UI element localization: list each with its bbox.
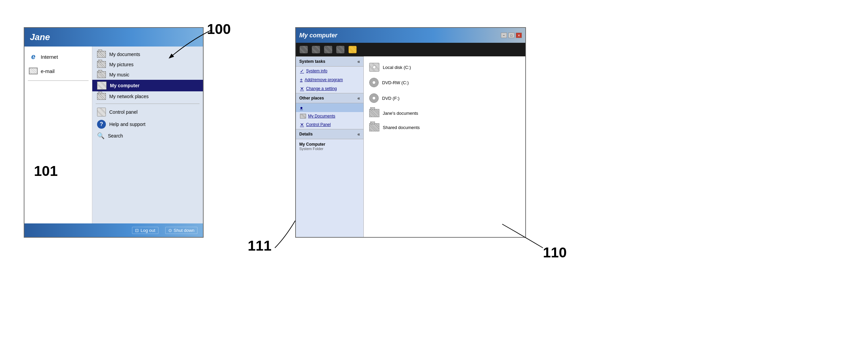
shutdown-icon: ⊙ (168, 228, 172, 233)
toolbar-search-icon[interactable] (335, 45, 345, 54)
annotation-100-line (136, 20, 238, 61)
sidebar-add-remove[interactable]: ± Add/remove program (296, 75, 363, 84)
right-item-my-music[interactable]: My music (92, 70, 203, 80)
annotation-111-line (265, 197, 309, 251)
shutdown-button[interactable]: ⊙ Shut down (165, 227, 197, 234)
logout-label: Log out (140, 228, 155, 233)
control-panel-label: Control panel (109, 109, 137, 115)
dot-icon: ● (300, 105, 303, 110)
toolbar-folder-icon[interactable] (347, 45, 358, 54)
my-music-label: My music (109, 72, 129, 77)
help-icon: ? (97, 120, 106, 129)
right-item-search[interactable]: 🔍 Search (92, 130, 203, 141)
sidebar-system-info[interactable]: ✓ System info (296, 67, 363, 75)
menu-item-internet[interactable]: e Internet (24, 50, 92, 63)
folder-icon-my-pictures (97, 61, 106, 68)
sidebar-other-dot[interactable]: ● (296, 103, 363, 112)
add-remove-label: Add/remove program (305, 77, 343, 82)
system-tasks-collapse-icon[interactable]: « (357, 59, 360, 64)
my-computer-label: My computer (110, 83, 139, 88)
change-setting-label: Change a setting (306, 86, 337, 91)
dvd-rw-icon (369, 78, 379, 87)
sidebar-control-panel[interactable]: ✕ Control Panel (296, 120, 363, 129)
start-menu-title: Jane (30, 32, 50, 42)
separator-1 (28, 80, 89, 81)
details-sub: System Folder (299, 147, 360, 151)
annotation-101: 101 (34, 163, 58, 179)
window-buttons: − □ ✕ (501, 33, 522, 38)
control-panel-sidebar-label: Control Panel (306, 122, 331, 127)
mc-titlebar: My computer − □ ✕ (296, 28, 525, 43)
details-label: Details (299, 132, 313, 136)
system-info-label: System info (306, 69, 327, 73)
shared-docs-label: Shared documents (383, 125, 420, 130)
right-item-my-network[interactable]: My network places (92, 91, 203, 102)
search-icon-left: 🔍 (97, 132, 105, 140)
right-item-help[interactable]: ? Help and support (92, 118, 203, 130)
details-header: Details « (296, 129, 363, 139)
annotation-110-line (475, 204, 550, 258)
mc-toolbar (296, 43, 525, 56)
local-disk-c-label: Local disk (C:) (383, 65, 411, 70)
restore-button[interactable]: □ (508, 33, 514, 38)
main-item-dvd-rw[interactable]: DVD-RW (C:) (369, 77, 520, 88)
start-menu-footer: ⊡ Log out ⊙ Shut down (24, 223, 203, 237)
x-icon-cp: ✕ (300, 122, 304, 127)
logout-icon: ⊡ (135, 228, 139, 233)
folder-icon-my-documents (97, 51, 106, 58)
email-icon-box (29, 68, 38, 74)
right-item-my-computer[interactable]: My computer (92, 80, 203, 91)
folder-icon-my-docs-sidebar (300, 114, 306, 119)
system-tasks-header: System tasks « (296, 56, 363, 67)
up-icon-shape (324, 46, 332, 53)
sidebar-change-setting[interactable]: ✕ Change a setting (296, 84, 363, 93)
check-icon: ✓ (300, 68, 304, 74)
toolbar-forward-icon[interactable] (311, 45, 321, 54)
control-panel-icon (97, 108, 106, 116)
details-collapse-icon[interactable]: « (357, 131, 360, 137)
folder-icon-my-music (97, 71, 106, 78)
internet-label: Internet (41, 54, 58, 60)
x-icon-setting: ✕ (300, 86, 304, 91)
folder-icon-shape (348, 46, 357, 53)
details-title: My Computer (299, 142, 360, 147)
forward-icon-shape (312, 46, 320, 53)
internet-icon: e (29, 52, 38, 61)
main-item-shared-docs[interactable]: Shared documents (369, 122, 520, 132)
separator-2 (96, 104, 200, 104)
mc-title: My computer (299, 32, 337, 39)
other-places-collapse-icon[interactable]: « (357, 95, 360, 101)
my-network-label: My network places (109, 94, 149, 99)
computer-icon-my-computer (97, 81, 107, 90)
right-item-control-panel[interactable]: Control panel (92, 106, 203, 118)
folder-icon-my-network (97, 93, 106, 100)
system-tasks-label: System tasks (299, 59, 325, 64)
dvd-f-label: DVD (F:) (382, 96, 399, 101)
logout-button[interactable]: ⊡ Log out (132, 227, 158, 234)
toolbar-back-icon[interactable] (299, 45, 309, 54)
toolbar-up-icon[interactable] (323, 45, 333, 54)
email-label: e-mail (41, 68, 55, 74)
close-button[interactable]: ✕ (516, 33, 522, 38)
menu-item-email[interactable]: e-mail (24, 64, 92, 78)
search-label: Search (108, 133, 123, 139)
main-item-dvd-f[interactable]: DVD (F:) (369, 92, 520, 104)
sidebar-my-documents[interactable]: My Documents (296, 112, 363, 120)
sidebar-section-system-tasks: System tasks « ✓ System info ± Add/remov… (296, 56, 363, 93)
other-places-label: Other places (299, 96, 324, 101)
folder-janes-docs-icon (369, 109, 379, 117)
search-icon-shape (336, 46, 344, 53)
main-item-janes-docs[interactable]: Jane's documents (369, 108, 520, 118)
sidebar-section-details: Details « My Computer System Folder (296, 129, 363, 153)
back-icon-shape (300, 46, 308, 53)
shutdown-label: Shut down (174, 228, 194, 233)
help-label: Help and support (109, 122, 146, 127)
email-icon (29, 66, 38, 76)
start-menu-left-column: e Internet e-mail (24, 47, 92, 223)
minimize-button[interactable]: − (501, 33, 507, 38)
my-pictures-label: My pictures (109, 62, 134, 67)
sidebar-section-other-places: Other places « ● My Documents ✕ Control … (296, 93, 363, 129)
folder-shared-docs-icon (369, 123, 379, 131)
dvd-rw-label: DVD-RW (C:) (382, 80, 409, 85)
main-item-local-disk-c[interactable]: Local disk (C:) (369, 62, 520, 73)
